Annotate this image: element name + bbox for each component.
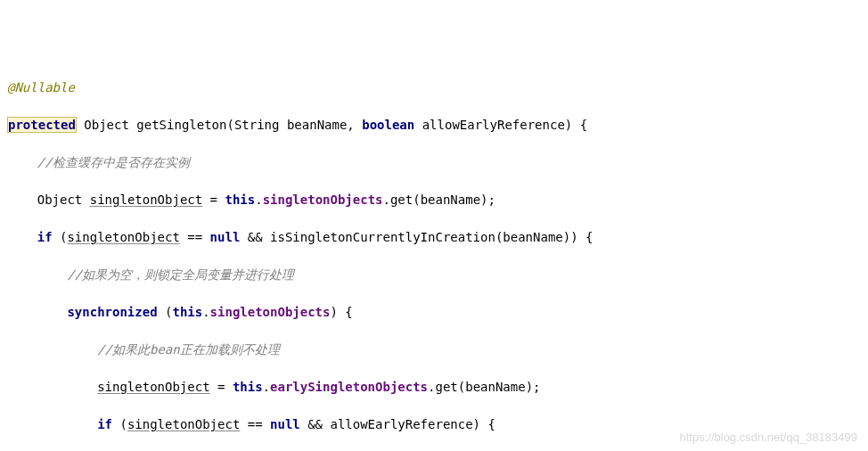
text: && isSingletonCurrentlyInCreation(beanNa… xyxy=(240,230,593,244)
code-line: //如果此bean正在加载则不处理 xyxy=(7,340,861,359)
code-line: if (singletonObject == null && isSinglet… xyxy=(7,228,861,247)
field: earlySingletonObjects xyxy=(270,380,428,394)
code-line: protected Object getSingleton(String bea… xyxy=(7,116,861,135)
param: beanName xyxy=(287,118,347,132)
code-line: //如果为空，则锁定全局变量并进行处理 xyxy=(7,266,861,284)
type: Object xyxy=(84,118,129,132)
keyword-synchronized: synchronized xyxy=(67,305,157,319)
text: .get(beanName); xyxy=(428,380,540,394)
comment: //检查缓存中是否存在实例 xyxy=(37,155,190,169)
code-line: //检查缓存中是否存在实例 xyxy=(7,153,861,172)
keyword-if: if xyxy=(97,417,112,431)
field: singletonObjects xyxy=(263,193,383,207)
text: .get(beanName); xyxy=(382,193,495,207)
dot: . xyxy=(202,305,209,319)
keyword-this: this xyxy=(233,380,263,394)
text: ) { xyxy=(330,305,352,319)
annotation: @Nullable xyxy=(7,80,75,94)
code-line: @Nullable xyxy=(7,78,861,97)
text: ( xyxy=(158,305,173,319)
dot: . xyxy=(263,380,270,394)
param: allowEarlyReference xyxy=(422,118,565,132)
code-line: singletonObject = this.earlySingletonObj… xyxy=(7,378,861,397)
text: && allowEarlyReference) { xyxy=(300,417,495,431)
field: singletonObjects xyxy=(210,305,331,319)
dot: . xyxy=(255,193,262,207)
text: ( xyxy=(112,417,127,431)
keyword-if: if xyxy=(37,230,53,244)
keyword-this: this xyxy=(172,305,202,319)
variable: singletonObject xyxy=(67,230,179,244)
text: == xyxy=(180,230,210,244)
text: == xyxy=(240,417,270,431)
watermark: https://blog.csdn.net/qq_38183499 xyxy=(680,429,858,447)
keyword-boolean: boolean xyxy=(362,118,414,132)
method-name: getSingleton xyxy=(136,118,226,132)
keyword-null: null xyxy=(270,417,300,431)
variable: singletonObject xyxy=(127,417,240,431)
code-line: synchronized (this.singletonObjects) { xyxy=(7,303,861,322)
variable: singletonObject xyxy=(97,380,209,394)
keyword-this: this xyxy=(225,193,255,207)
text: ( xyxy=(53,230,68,244)
paren: ( xyxy=(226,118,233,132)
comment: //如果此bean正在加载则不处理 xyxy=(97,342,280,357)
brace: ) { xyxy=(565,118,587,132)
comma: , xyxy=(347,118,362,132)
text: = xyxy=(210,380,233,394)
comment: //如果为空，则锁定全局变量并进行处理 xyxy=(67,267,294,282)
keyword-null: null xyxy=(210,230,241,244)
variable: singletonObject xyxy=(90,193,202,207)
text: = xyxy=(202,193,225,207)
text: Object xyxy=(37,193,90,207)
keyword-protected: protected xyxy=(7,117,77,133)
type: String xyxy=(234,118,280,132)
code-line: Object singletonObject = this.singletonO… xyxy=(7,191,861,209)
